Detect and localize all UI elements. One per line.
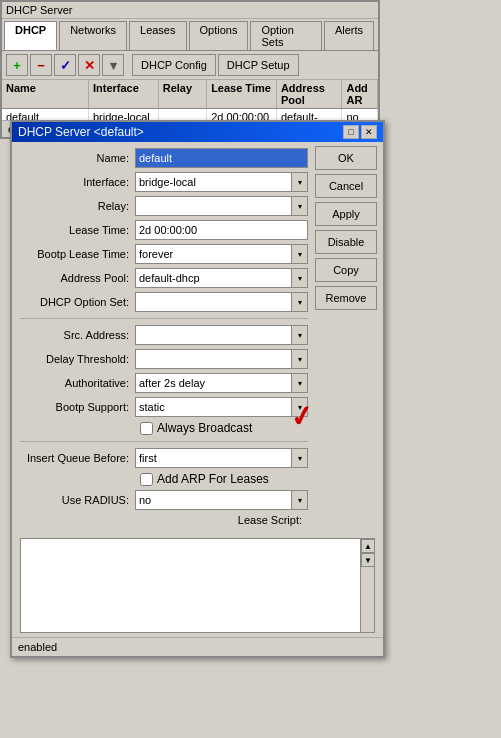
remove-button[interactable]: −: [30, 54, 52, 76]
always-broadcast-label: Always Broadcast: [157, 421, 252, 435]
lease-script-label: Lease Script:: [20, 514, 308, 526]
field-interface-row: Interface: ▾: [20, 172, 308, 192]
field-delay-threshold-control: ▾: [135, 349, 308, 369]
toolbar: + − ✓ ✕ ▾ DHCP Config DHCP Setup: [2, 51, 378, 80]
field-bootp-lease-label: Bootp Lease Time:: [20, 248, 135, 260]
field-insert-queue-row: Insert Queue Before: ▾: [20, 448, 308, 468]
add-arp-checkbox[interactable]: [140, 473, 153, 486]
delay-threshold-input[interactable]: [135, 349, 292, 369]
field-src-address-label: Src. Address:: [20, 329, 135, 341]
dialog-close-button[interactable]: ✕: [361, 125, 377, 139]
delay-threshold-dropdown-arrow[interactable]: ▾: [292, 349, 308, 369]
disable-button[interactable]: Disable: [315, 230, 377, 254]
tab-bar: DHCP Networks Leases Options Option Sets…: [2, 19, 378, 51]
src-address-input[interactable]: [135, 325, 292, 345]
table-header: Name Interface Relay Lease Time Address …: [2, 80, 378, 109]
field-address-pool-control: ▾: [135, 268, 308, 288]
cancel-button[interactable]: Cancel: [315, 174, 377, 198]
field-src-address-row: Src. Address: ▾: [20, 325, 308, 345]
lease-script-scrollbar: ▲ ▼: [360, 539, 374, 632]
dhcp-option-input[interactable]: [135, 292, 292, 312]
field-address-pool-row: Address Pool: ▾: [20, 268, 308, 288]
apply-button[interactable]: Apply: [315, 202, 377, 226]
field-interface-control: ▾: [135, 172, 308, 192]
remove-button[interactable]: Remove: [315, 286, 377, 310]
dialog-title-text: DHCP Server <default>: [18, 125, 144, 139]
tab-dhcp[interactable]: DHCP: [4, 21, 57, 50]
lease-time-input[interactable]: [135, 220, 308, 240]
dhcp-option-dropdown-arrow[interactable]: ▾: [292, 292, 308, 312]
field-name-row: Name:: [20, 148, 308, 168]
always-broadcast-checkbox[interactable]: [140, 422, 153, 435]
lease-script-area: ▲ ▼: [20, 538, 375, 633]
col-header-address-pool: Address Pool: [277, 80, 343, 108]
ok-button[interactable]: OK: [315, 146, 377, 170]
window-title-text: DHCP Server: [6, 4, 72, 16]
field-bootp-support-row: Bootp Support: ▾: [20, 397, 308, 417]
field-relay-row: Relay: ▾: [20, 196, 308, 216]
add-arp-row: Add ARP For Leases: [140, 472, 308, 486]
lease-script-input[interactable]: [21, 539, 360, 632]
dhcp-setup-button[interactable]: DHCP Setup: [218, 54, 299, 76]
field-dhcp-option-control: ▾: [135, 292, 308, 312]
col-header-add-ar: Add AR: [342, 80, 378, 108]
authoritative-input[interactable]: [135, 373, 292, 393]
dialog-status-text: enabled: [18, 641, 57, 653]
name-input[interactable]: [135, 148, 308, 168]
field-relay-label: Relay:: [20, 200, 135, 212]
dialog-minimize-button[interactable]: □: [343, 125, 359, 139]
address-pool-dropdown-arrow[interactable]: ▾: [292, 268, 308, 288]
scrollbar-up-button[interactable]: ▲: [361, 539, 375, 553]
dialog-title-bar: DHCP Server <default> □ ✕: [12, 122, 383, 142]
field-use-radius-row: Use RADIUS: ▾: [20, 490, 308, 510]
field-bootp-support-label: Bootp Support:: [20, 401, 135, 413]
field-authoritative-control: ▾: [135, 373, 308, 393]
field-insert-queue-label: Insert Queue Before:: [20, 452, 135, 464]
field-insert-queue-control: ▾: [135, 448, 308, 468]
add-button[interactable]: +: [6, 54, 28, 76]
tab-alerts[interactable]: Alerts: [324, 21, 374, 50]
add-arp-label: Add ARP For Leases: [157, 472, 269, 486]
tab-options[interactable]: Options: [189, 21, 249, 50]
enable-button[interactable]: ✓: [54, 54, 76, 76]
col-header-relay: Relay: [159, 80, 207, 108]
src-address-dropdown-arrow[interactable]: ▾: [292, 325, 308, 345]
bootp-lease-input[interactable]: [135, 244, 292, 264]
field-relay-control: ▾: [135, 196, 308, 216]
address-pool-input[interactable]: [135, 268, 292, 288]
use-radius-input[interactable]: [135, 490, 292, 510]
window-title: DHCP Server: [2, 2, 378, 19]
dialog-status-bar: enabled: [12, 637, 383, 656]
bootp-lease-dropdown-arrow[interactable]: ▾: [292, 244, 308, 264]
field-delay-threshold-row: Delay Threshold: ▾: [20, 349, 308, 369]
relay-input[interactable]: [135, 196, 292, 216]
dialog-title-buttons: □ ✕: [343, 125, 377, 139]
insert-queue-dropdown-arrow[interactable]: ▾: [292, 448, 308, 468]
tab-option-sets[interactable]: Option Sets: [250, 21, 321, 50]
field-authoritative-label: Authoritative:: [20, 377, 135, 389]
interface-input[interactable]: [135, 172, 292, 192]
bootp-support-input[interactable]: [135, 397, 292, 417]
dhcp-config-button[interactable]: DHCP Config: [132, 54, 216, 76]
authoritative-dropdown-arrow[interactable]: ▾: [292, 373, 308, 393]
side-buttons: OK Cancel Apply Disable Copy Remove: [315, 142, 377, 310]
separator-2: [20, 441, 308, 442]
dialog-body: OK Cancel Apply Disable Copy Remove Name…: [12, 142, 383, 536]
disable-button[interactable]: ✕: [78, 54, 100, 76]
field-lease-time-control: [135, 220, 308, 240]
col-header-lease-time: Lease Time: [207, 80, 277, 108]
col-header-name: Name: [2, 80, 89, 108]
scrollbar-down-button[interactable]: ▼: [361, 553, 375, 567]
filter-button[interactable]: ▾: [102, 54, 124, 76]
field-bootp-lease-control: ▾: [135, 244, 308, 264]
use-radius-dropdown-arrow[interactable]: ▾: [292, 490, 308, 510]
tab-networks[interactable]: Networks: [59, 21, 127, 50]
insert-queue-input[interactable]: [135, 448, 292, 468]
copy-button[interactable]: Copy: [315, 258, 377, 282]
dialog-dhcp-server: DHCP Server <default> □ ✕ OK Cancel Appl…: [10, 120, 385, 658]
tab-leases[interactable]: Leases: [129, 21, 186, 50]
relay-dropdown-arrow[interactable]: ▾: [292, 196, 308, 216]
interface-dropdown-arrow[interactable]: ▾: [292, 172, 308, 192]
lease-script-label-row: Lease Script:: [20, 514, 308, 526]
field-lease-time-row: Lease Time:: [20, 220, 308, 240]
